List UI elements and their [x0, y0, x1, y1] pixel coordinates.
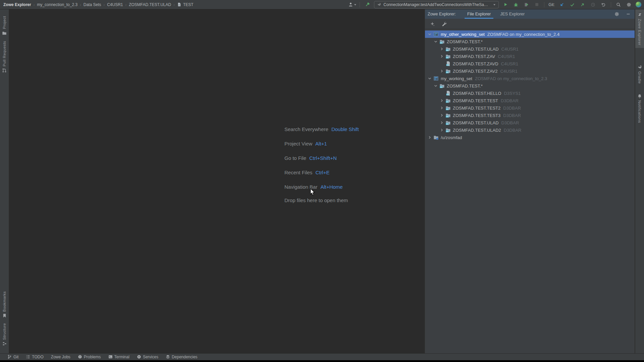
project-folder-icon: [2, 31, 7, 36]
tree-row[interactable]: DSZOSMFAD.TEST.ZAVDC4USR1: [425, 60, 635, 67]
shortcut-action-label: Go to File: [284, 155, 306, 161]
structure-icon: [2, 342, 7, 346]
sidebar-tab-structure[interactable]: Structure: [0, 320, 9, 349]
tree-row[interactable]: DSZOSMFAD.TEST.ULADD3DBAR: [425, 119, 635, 126]
editor-area[interactable]: Search EverywhereDouble ShiftProject Vie…: [9, 9, 424, 353]
panel-minimize-button[interactable]: [625, 10, 632, 18]
debug-button[interactable]: [512, 1, 520, 8]
chevron-down-icon[interactable]: [427, 32, 432, 37]
gradle-icon: [377, 2, 381, 7]
dataset-file-icon: DS: [445, 90, 451, 96]
add-working-set-button[interactable]: [429, 20, 436, 27]
tree-item-suffix: ZOSMFAD on my_connection_to_2.3: [475, 76, 547, 81]
tree-row[interactable]: DSZOSMFAD.TEST.*: [425, 38, 635, 45]
settings-button[interactable]: [625, 1, 633, 8]
tree-item-suffix: D3SYS1: [504, 91, 521, 96]
shortcut-hint: Navigation BarAlt+Home: [284, 183, 359, 190]
left-tool-stripe: ProjectPull RequestsBookmarksStructure: [0, 9, 9, 353]
svg-text:DS: DS: [446, 116, 449, 118]
chevron-right-icon[interactable]: [439, 127, 444, 133]
chevron-right-icon[interactable]: [439, 113, 444, 118]
edit-settings-wrench-button[interactable]: [440, 20, 448, 27]
breadcrumb-item[interactable]: ZOSMFAD.TEST.ULAD: [129, 2, 171, 7]
chevron-down-icon[interactable]: [433, 39, 438, 44]
chevron-down-icon[interactable]: [433, 83, 438, 88]
tree-row[interactable]: DSZOSMFAD.TEST.HELLOD3SYS1: [425, 89, 635, 97]
sidebar-tab-project[interactable]: Project: [0, 13, 9, 38]
zowe-icon: [637, 12, 642, 17]
tree-row[interactable]: DSZOSMFAD.TEST.ZAV2C4USR1: [425, 67, 635, 75]
tree-row[interactable]: DSZOSMFAD.TEST.TEST2D3DBAR: [425, 104, 635, 112]
pull-requests-icon: [2, 68, 7, 73]
git-commit-button[interactable]: [569, 1, 576, 8]
sidebar-tab-notifications[interactable]: Notifications: [635, 91, 644, 126]
search-everywhere-button[interactable]: [615, 1, 622, 8]
tab-jes-explorer[interactable]: JES Explorer: [496, 9, 529, 19]
statusbar-item-git[interactable]: Git: [7, 355, 18, 359]
sidebar-tab-bookmarks[interactable]: Bookmarks: [0, 289, 9, 320]
tree-row[interactable]: DSZOSMFAD.TEST.TESTD3DBAR: [425, 97, 635, 104]
run-with-coverage-button[interactable]: [523, 1, 530, 8]
tree-row[interactable]: DSZOSMFAD.TEST.ZAVC4USR1: [425, 53, 635, 60]
working-set-icon: [433, 76, 439, 81]
profile-sphere-icon[interactable]: [636, 2, 641, 7]
statusbar-item-dependencies[interactable]: Dependencies: [166, 355, 198, 359]
mouse-cursor: [310, 188, 315, 196]
tree-row[interactable]: DSZOSMFAD.TEST.TEST3D3DBAR: [425, 112, 635, 119]
tree-row[interactable]: my_other_working_setZOSMFAD on my_connec…: [425, 31, 635, 38]
svg-text:DS: DS: [440, 42, 443, 44]
shortcut-hint: Go to FileCtrl+Shift+N: [284, 154, 359, 162]
zowe-panel-title: Zowe Explorer:: [428, 12, 456, 16]
run-button[interactable]: [502, 1, 509, 8]
tree-item-label: ZOSMFAD.TEST.ZAVD: [453, 61, 498, 66]
panel-settings-button[interactable]: [613, 10, 621, 18]
statusbar-item-todo[interactable]: TODO: [26, 355, 43, 359]
statusbar-item-label: Services: [143, 355, 158, 359]
run-configuration-select[interactable]: ConnectionManager.testAddTwoConnectionsW…: [374, 1, 499, 8]
chevron-right-icon[interactable]: [439, 105, 444, 111]
shortcut-hint: Project ViewAlt+1: [284, 140, 359, 147]
breadcrumb-item[interactable]: Zowe Explorer: [3, 2, 31, 7]
statusbar-item-services[interactable]: Services: [137, 355, 158, 359]
statusbar-item-terminal[interactable]: Terminal: [108, 355, 129, 359]
tree-item-label: ZOSMFAD.TEST.*: [447, 83, 483, 88]
chevron-right-icon[interactable]: [439, 46, 444, 52]
breadcrumb-item[interactable]: C4USR1: [107, 2, 123, 7]
sidebar-tab-zowe-explorer[interactable]: Zowe Explorer: [635, 9, 644, 48]
tree-row[interactable]: DSZOSMFAD.TEST.*: [425, 82, 635, 89]
tree-item-label: /u/zosmfad: [441, 135, 462, 140]
tree-row[interactable]: DSZOSMFAD.TEST.ULADC4USR1: [425, 45, 635, 53]
history-button[interactable]: [589, 1, 597, 8]
services-icon: [137, 355, 141, 359]
dataset-tree: my_other_working_setZOSMFAD on my_connec…: [425, 29, 635, 141]
dataset-folder-icon: DS: [445, 98, 451, 103]
stop-button[interactable]: [533, 1, 540, 8]
rollback-button[interactable]: [600, 1, 607, 8]
tree-row[interactable]: my_working_setZOSMFAD on my_connection_t…: [425, 75, 635, 82]
build-project-button[interactable]: [364, 1, 371, 8]
tree-row[interactable]: /u/zosmfad: [425, 134, 635, 141]
tab-file-explorer[interactable]: File Explorer: [463, 9, 495, 19]
svg-text:DS: DS: [446, 71, 449, 73]
user-menu-button[interactable]: [348, 1, 356, 8]
sidebar-tab-gradle[interactable]: Gradle: [635, 62, 644, 86]
breadcrumb-item[interactable]: Data Sets: [84, 2, 101, 7]
main-toolbar: Zowe Explorer›my_connection_to_2.3›Data …: [0, 0, 644, 9]
svg-text:DS: DS: [440, 86, 443, 88]
breadcrumb-item[interactable]: TEST: [177, 2, 194, 7]
sidebar-tab-label: Pull Requests: [2, 41, 6, 66]
tree-row[interactable]: DSZOSMFAD.TEST.ULAD2D3DBAR: [425, 126, 635, 134]
sidebar-tab-pull-requests[interactable]: Pull Requests: [0, 38, 9, 75]
breadcrumb-item[interactable]: my_connection_to_2.3: [37, 2, 77, 7]
chevron-right-icon[interactable]: [439, 54, 444, 59]
chevron-right-icon[interactable]: [439, 68, 444, 74]
statusbar-item-problems[interactable]: Problems: [78, 355, 101, 359]
chevron-down-icon[interactable]: [427, 76, 432, 81]
chevron-right-icon[interactable]: [439, 98, 444, 103]
statusbar-item-zowe-jobs[interactable]: Zowe Jobs: [51, 355, 70, 359]
breadcrumb-label: Data Sets: [84, 2, 101, 7]
chevron-right-icon[interactable]: [427, 135, 432, 140]
git-update-button[interactable]: [558, 1, 566, 8]
git-push-button[interactable]: [579, 1, 586, 8]
chevron-right-icon[interactable]: [439, 120, 444, 125]
